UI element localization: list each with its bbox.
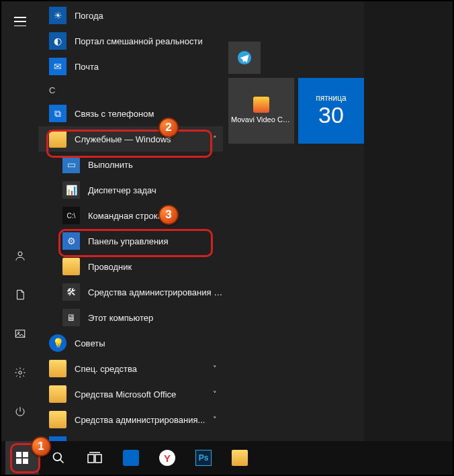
user-button[interactable] [7, 242, 34, 269]
folder-icon [49, 411, 66, 428]
app-this-pc[interactable]: 🖥 Этот компьютер [38, 305, 223, 330]
app-weather[interactable]: ☀ Погода [38, 3, 223, 28]
app-label: Служебные — Windows [75, 134, 207, 144]
expand-button[interactable] [7, 8, 34, 35]
tile-calendar[interactable]: пятница 30 [298, 78, 364, 144]
app-label: Портал смешанной реальности [75, 36, 223, 46]
app-label: Средства администрирования Wi... [88, 287, 223, 297]
photoshop-icon: Ps [195, 450, 212, 466]
pictures-button[interactable] [7, 320, 34, 347]
taskbar-yandex[interactable]: Y [150, 441, 184, 475]
viewer3d-icon: ◆ [49, 436, 66, 441]
app-3d-viewer[interactable]: ◆ Средство 3D-просмотра [38, 432, 223, 441]
svg-rect-10 [88, 455, 94, 463]
folder-icon [49, 360, 66, 377]
badge-1: 1 [31, 436, 51, 457]
pc-icon: 🖥 [62, 309, 80, 326]
app-label: Выполнить [88, 160, 223, 170]
calendar-day: пятница [316, 93, 346, 103]
app-mail[interactable]: ✉ Почта [38, 54, 223, 79]
svg-point-0 [18, 252, 22, 256]
picture-icon [14, 328, 26, 340]
svg-rect-8 [23, 459, 28, 464]
letter-label: С [49, 85, 55, 95]
chevron-down-icon: ˅ [207, 416, 223, 424]
taskbar-explorer[interactable] [223, 441, 257, 475]
yandex-icon: Y [159, 450, 175, 466]
app-admin-tools-2[interactable]: Средства администрирования... ˅ [38, 407, 223, 432]
svg-point-2 [17, 332, 19, 333]
folder-icon [49, 130, 66, 148]
svg-rect-5 [16, 452, 21, 457]
explorer-icon [62, 258, 80, 275]
taskbar: Y Ps [1, 441, 453, 475]
app-admin-tools[interactable]: 🛠 Средства администрирования Wi... [38, 279, 223, 305]
user-icon [14, 250, 26, 262]
app-label: Этот компьютер [88, 313, 223, 323]
app-accessibility[interactable]: Спец. средства ˅ [38, 356, 223, 381]
svg-rect-7 [16, 459, 21, 464]
task-view-icon [87, 452, 102, 464]
app-control-panel[interactable]: ⚙ Панель управления [38, 228, 223, 254]
gear-icon [14, 367, 26, 379]
tile-label: Movavi Video Converter... [231, 115, 291, 124]
weather-icon: ☀ [49, 7, 66, 24]
tile-telegram[interactable] [228, 42, 261, 74]
svg-point-3 [18, 371, 21, 375]
control-panel-icon: ⚙ [62, 232, 80, 250]
svg-rect-11 [95, 455, 101, 463]
app-label: Советы [75, 338, 223, 348]
app-label: Погода [75, 11, 223, 21]
search-icon [52, 451, 65, 465]
app-windows-system[interactable]: Служебные — Windows ˄ [38, 126, 223, 152]
power-icon [14, 406, 26, 418]
chevron-down-icon: ˅ [207, 365, 223, 373]
movavi-icon [253, 97, 269, 113]
app-list: ☀ Погода ◐ Портал смешанной реальности ✉… [38, 1, 223, 441]
badge-2: 2 [158, 117, 179, 138]
app-mixed-reality[interactable]: ◐ Портал смешанной реальности [38, 28, 223, 54]
document-icon [14, 289, 26, 301]
calendar-icon [123, 450, 139, 466]
folder-icon [49, 385, 66, 403]
app-label: Проводник [88, 262, 223, 272]
hamburger-icon [14, 17, 26, 26]
app-cmd[interactable]: C:\ Командная строка [38, 203, 223, 228]
svg-point-9 [54, 453, 62, 461]
app-label: Средства Microsoft Office [75, 389, 207, 399]
cmd-icon: C:\ [62, 207, 80, 224]
tile-movavi[interactable]: Movavi Video Converter... [228, 78, 294, 144]
telegram-icon [237, 50, 252, 65]
folder-icon [232, 450, 248, 466]
app-label: Средства администрирования... [75, 415, 207, 425]
svg-rect-6 [23, 452, 28, 457]
phone-icon: ⧉ [49, 105, 66, 122]
calendar-date: 30 [318, 103, 344, 128]
documents-button[interactable] [7, 281, 34, 308]
app-task-manager[interactable]: 📊 Диспетчер задач [38, 177, 223, 203]
app-run[interactable]: ▭ Выполнить [38, 152, 223, 177]
app-label: Диспетчер задач [88, 185, 223, 195]
app-explorer[interactable]: Проводник [38, 254, 223, 279]
settings-button[interactable] [7, 359, 34, 386]
chevron-up-icon: ˄ [207, 135, 223, 144]
chevron-down-icon: ˅ [207, 390, 223, 399]
task-view-button[interactable] [78, 441, 111, 475]
mixed-reality-icon: ◐ [49, 32, 66, 50]
tips-icon: 💡 [49, 334, 66, 352]
app-label: Почта [75, 62, 223, 72]
tiles-area: Movavi Video Converter... пятница 30 [223, 1, 364, 441]
power-button[interactable] [7, 398, 34, 425]
app-phone-link[interactable]: ⧉ Связь с телефоном [38, 101, 223, 126]
badge-3: 3 [158, 205, 179, 225]
app-label: Спец. средства [75, 364, 207, 374]
app-label: Панель управления [88, 236, 223, 246]
app-ms-office[interactable]: Средства Microsoft Office ˅ [38, 381, 223, 407]
taskbar-photoshop[interactable]: Ps [187, 441, 220, 475]
run-icon: ▭ [62, 156, 80, 173]
letter-header[interactable]: С [38, 79, 223, 101]
app-label: Командная строка [88, 211, 223, 221]
taskbar-calendar[interactable] [114, 441, 148, 475]
app-label: Связь с телефоном [75, 109, 223, 119]
app-tips[interactable]: 💡 Советы [38, 330, 223, 356]
